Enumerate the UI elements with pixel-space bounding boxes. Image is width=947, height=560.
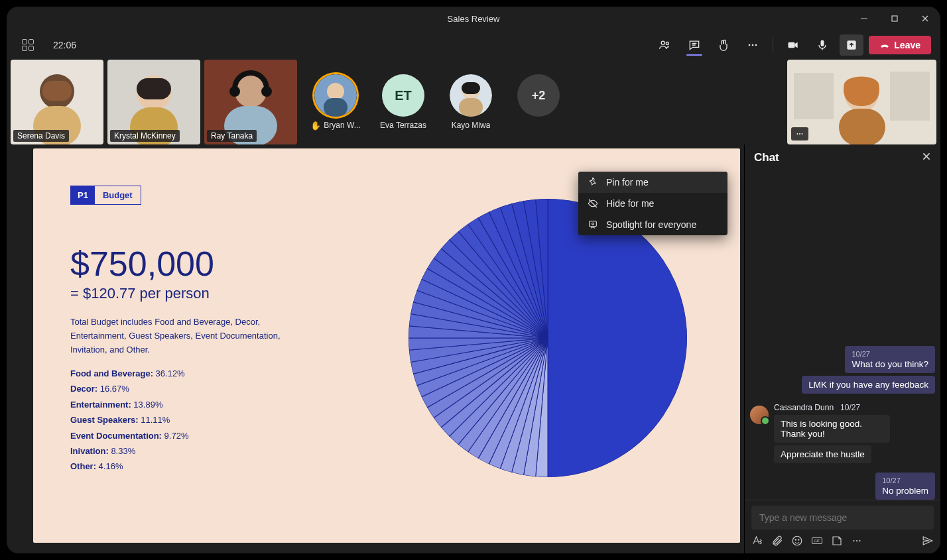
chat-compose: GIF [745, 500, 940, 553]
people-button[interactable] [653, 33, 677, 57]
tile-more-button[interactable] [791, 127, 808, 140]
participants-strip: Serena Davis Krystal McKinney Ray Tanaka… [7, 60, 940, 144]
chat-bubble-other: Appreciate the hustle [774, 445, 871, 463]
camera-button[interactable] [781, 33, 805, 57]
minimize-button[interactable] [849, 7, 879, 30]
slide-headline: $750,000 [70, 244, 214, 284]
slide-tabs: P1 Budget [70, 186, 141, 205]
svg-point-44 [802, 133, 803, 135]
svg-rect-11 [789, 42, 795, 48]
participant-avatar[interactable]: ✋Bryan W... [308, 74, 363, 131]
svg-point-9 [752, 44, 754, 46]
avatar [750, 406, 769, 424]
participant-name: Ray Tanaka [211, 131, 253, 140]
sticker-icon[interactable] [831, 535, 843, 547]
close-button[interactable] [910, 7, 940, 30]
raised-hand-icon: ✋ [310, 121, 321, 131]
menu-item-pin[interactable]: Pin for me [578, 172, 727, 193]
format-icon[interactable] [751, 535, 763, 547]
svg-point-5 [666, 42, 669, 45]
svg-rect-56 [590, 221, 597, 227]
svg-point-31 [327, 83, 344, 100]
svg-point-28 [229, 86, 240, 97]
chat-bubble-own: LMK if you have any feedback [802, 376, 935, 394]
chat-sender-name: Cassandra Dunn [774, 403, 834, 412]
video-tile[interactable]: Serena Davis [11, 60, 103, 144]
toolbar-divider [773, 37, 773, 53]
svg-text:GIF: GIF [814, 539, 820, 543]
svg-rect-1 [892, 16, 897, 21]
participant-name: Bryan W... [324, 121, 360, 130]
svg-rect-36 [462, 82, 480, 94]
emoji-icon[interactable] [791, 535, 803, 547]
send-button[interactable] [922, 535, 934, 547]
slide-tab-p1: P1 [71, 186, 95, 204]
share-content-button[interactable] [840, 34, 863, 56]
svg-rect-32 [324, 98, 347, 117]
svg-rect-38 [794, 73, 834, 119]
svg-point-4 [661, 41, 664, 44]
overflow-participants[interactable]: +2 [511, 74, 566, 130]
view-grid-button[interactable] [16, 33, 40, 57]
chat-input[interactable] [751, 506, 934, 530]
slide-tab-budget: Budget [95, 186, 141, 204]
menu-item-hide[interactable]: Hide for me [578, 193, 727, 214]
menu-label: Pin for me [606, 177, 649, 188]
svg-rect-22 [137, 78, 171, 99]
meeting-toolbar: 22:06 Leave [7, 30, 940, 60]
participant-avatar[interactable]: ET Eva Terrazas [375, 74, 431, 130]
titlebar: Sales Review [7, 7, 940, 30]
maximize-button[interactable] [879, 7, 910, 30]
menu-label: Hide for me [606, 198, 654, 209]
chat-timestamp: 10/27 [882, 476, 928, 484]
participant-avatar[interactable]: Kayo Miwa [443, 74, 499, 130]
menu-label: Spotlight for everyone [606, 219, 696, 230]
svg-rect-35 [459, 98, 483, 117]
chat-timestamp: 10/27 [852, 350, 928, 358]
chat-button[interactable] [682, 33, 706, 57]
chat-title: Chat [754, 151, 779, 164]
microphone-button[interactable] [810, 33, 834, 57]
chat-bubble-own: 10/27 No problem [875, 473, 935, 500]
reactions-button[interactable] [712, 33, 735, 57]
svg-point-42 [797, 133, 798, 135]
attach-icon[interactable] [771, 535, 783, 547]
leave-button[interactable]: Leave [869, 36, 931, 54]
svg-point-52 [853, 540, 854, 541]
video-tile[interactable]: Ray Tanaka [204, 60, 297, 144]
chat-panel: Chat 10/27 What do you think? LMK if you… [744, 144, 940, 553]
svg-point-49 [798, 539, 799, 540]
svg-rect-12 [821, 40, 824, 46]
slide-subheadline: = $120.77 per person [70, 285, 210, 302]
svg-rect-41 [839, 109, 885, 144]
svg-point-43 [799, 133, 800, 135]
svg-point-48 [795, 539, 796, 540]
participant-name: Eva Terrazas [380, 121, 426, 130]
svg-point-10 [755, 44, 757, 46]
chat-timestamp: 10/27 [840, 403, 860, 412]
svg-point-29 [261, 86, 272, 97]
video-tile[interactable]: Krystal McKinney [107, 60, 200, 144]
chat-text: What do you think? [852, 359, 928, 369]
pie-chart [409, 199, 687, 477]
leave-label: Leave [894, 40, 920, 50]
chat-bubble-other: This is looking good. Thank you! [774, 415, 890, 443]
more-actions-button[interactable] [741, 33, 765, 57]
window-title: Sales Review [448, 14, 500, 24]
overflow-count: +2 [517, 74, 560, 117]
gif-icon[interactable]: GIF [811, 535, 823, 547]
svg-point-47 [792, 536, 802, 545]
svg-rect-18 [42, 81, 72, 101]
spotlight-tile[interactable] [787, 60, 936, 144]
chat-bubble-own: 10/27 What do you think? [845, 346, 935, 373]
call-timer: 22:06 [49, 38, 80, 52]
svg-point-8 [749, 44, 751, 46]
chat-messages[interactable]: 10/27 What do you think? LMK if you have… [745, 171, 940, 500]
svg-point-57 [592, 223, 594, 225]
menu-item-spotlight[interactable]: Spotlight for everyone [578, 214, 727, 235]
more-compose-icon[interactable] [851, 535, 863, 547]
chat-close-button[interactable] [922, 151, 931, 164]
slide-description: Total Budget includes Food and Beverage,… [70, 315, 309, 357]
svg-point-54 [859, 540, 860, 541]
chat-text: LMK if you have any feedback [808, 380, 928, 390]
